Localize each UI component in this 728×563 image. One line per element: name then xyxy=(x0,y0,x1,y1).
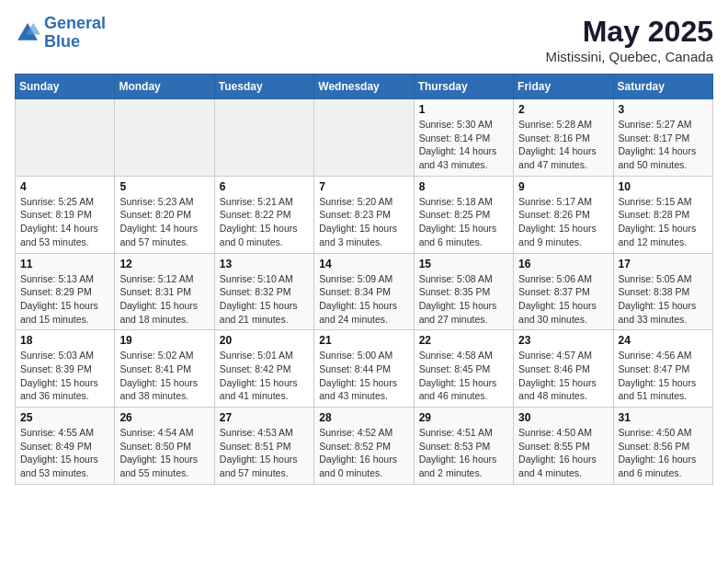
page-subtitle: Mistissini, Quebec, Canada xyxy=(545,49,713,64)
calendar-cell xyxy=(314,99,414,177)
calendar-cell: 26Sunrise: 4:54 AM Sunset: 8:50 PM Dayli… xyxy=(115,408,214,485)
day-info: Sunrise: 5:09 AM Sunset: 8:34 PM Dayligh… xyxy=(319,272,408,327)
day-number: 28 xyxy=(319,411,408,424)
calendar-cell xyxy=(16,99,115,177)
calendar-week-5: 25Sunrise: 4:55 AM Sunset: 8:49 PM Dayli… xyxy=(16,408,713,485)
header-day-monday: Monday xyxy=(115,75,214,99)
calendar-cell: 7Sunrise: 5:20 AM Sunset: 8:23 PM Daylig… xyxy=(314,176,414,253)
day-number: 24 xyxy=(619,334,708,347)
calendar-cell: 27Sunrise: 4:53 AM Sunset: 8:51 PM Dayli… xyxy=(214,408,313,485)
header-day-tuesday: Tuesday xyxy=(214,75,313,99)
header-day-sunday: Sunday xyxy=(16,75,115,99)
day-info: Sunrise: 4:57 AM Sunset: 8:46 PM Dayligh… xyxy=(518,349,608,403)
calendar-cell: 14Sunrise: 5:09 AM Sunset: 8:34 PM Dayli… xyxy=(314,253,414,330)
day-number: 19 xyxy=(119,334,209,347)
calendar-cell: 9Sunrise: 5:17 AM Sunset: 8:26 PM Daylig… xyxy=(514,176,613,253)
day-number: 11 xyxy=(20,258,109,270)
day-number: 25 xyxy=(20,411,109,424)
calendar-body: 1Sunrise: 5:30 AM Sunset: 8:14 PM Daylig… xyxy=(16,99,713,485)
day-info: Sunrise: 5:20 AM Sunset: 8:23 PM Dayligh… xyxy=(319,195,408,249)
calendar-cell: 24Sunrise: 4:56 AM Sunset: 8:47 PM Dayli… xyxy=(613,330,712,408)
day-info: Sunrise: 4:50 AM Sunset: 8:55 PM Dayligh… xyxy=(518,426,608,480)
calendar-week-3: 11Sunrise: 5:13 AM Sunset: 8:29 PM Dayli… xyxy=(16,253,713,330)
day-number: 23 xyxy=(518,334,608,347)
day-info: Sunrise: 5:18 AM Sunset: 8:25 PM Dayligh… xyxy=(419,195,508,249)
day-number: 31 xyxy=(619,411,708,424)
header-day-thursday: Thursday xyxy=(414,75,513,99)
day-info: Sunrise: 5:03 AM Sunset: 8:39 PM Dayligh… xyxy=(20,349,109,403)
day-info: Sunrise: 4:56 AM Sunset: 8:47 PM Dayligh… xyxy=(619,349,708,403)
day-info: Sunrise: 5:02 AM Sunset: 8:41 PM Dayligh… xyxy=(119,349,209,403)
calendar-week-1: 1Sunrise: 5:30 AM Sunset: 8:14 PM Daylig… xyxy=(16,99,713,177)
calendar-cell: 30Sunrise: 4:50 AM Sunset: 8:55 PM Dayli… xyxy=(514,408,613,485)
day-info: Sunrise: 5:01 AM Sunset: 8:42 PM Dayligh… xyxy=(220,349,309,403)
day-number: 3 xyxy=(619,103,708,116)
day-info: Sunrise: 5:05 AM Sunset: 8:38 PM Dayligh… xyxy=(619,272,708,327)
calendar-cell: 25Sunrise: 4:55 AM Sunset: 8:49 PM Dayli… xyxy=(16,408,115,485)
day-number: 17 xyxy=(619,258,708,270)
header-row: SundayMondayTuesdayWednesdayThursdayFrid… xyxy=(16,75,713,99)
day-number: 27 xyxy=(220,411,309,424)
calendar-cell: 1Sunrise: 5:30 AM Sunset: 8:14 PM Daylig… xyxy=(414,99,513,177)
title-block: May 2025 Mistissini, Quebec, Canada xyxy=(545,15,713,64)
day-number: 8 xyxy=(419,180,508,193)
calendar-header: SundayMondayTuesdayWednesdayThursdayFrid… xyxy=(16,75,713,99)
page-header: General Blue May 2025 Mistissini, Quebec… xyxy=(15,15,713,64)
day-info: Sunrise: 5:21 AM Sunset: 8:22 PM Dayligh… xyxy=(220,195,309,249)
day-number: 10 xyxy=(619,180,708,193)
day-info: Sunrise: 5:17 AM Sunset: 8:26 PM Dayligh… xyxy=(518,195,608,249)
calendar-cell: 12Sunrise: 5:12 AM Sunset: 8:31 PM Dayli… xyxy=(115,253,214,330)
header-day-saturday: Saturday xyxy=(613,75,712,99)
calendar-cell: 16Sunrise: 5:06 AM Sunset: 8:37 PM Dayli… xyxy=(514,253,613,330)
day-info: Sunrise: 4:53 AM Sunset: 8:51 PM Dayligh… xyxy=(220,426,309,480)
day-info: Sunrise: 4:51 AM Sunset: 8:53 PM Dayligh… xyxy=(419,426,508,480)
calendar-cell xyxy=(115,99,214,177)
day-number: 16 xyxy=(518,258,608,270)
day-info: Sunrise: 4:50 AM Sunset: 8:56 PM Dayligh… xyxy=(619,426,708,480)
day-number: 5 xyxy=(119,180,209,193)
day-info: Sunrise: 5:08 AM Sunset: 8:35 PM Dayligh… xyxy=(419,272,508,327)
logo-line2: Blue xyxy=(44,32,80,51)
calendar-cell: 20Sunrise: 5:01 AM Sunset: 8:42 PM Dayli… xyxy=(214,330,313,408)
calendar-cell: 28Sunrise: 4:52 AM Sunset: 8:52 PM Dayli… xyxy=(314,408,414,485)
day-info: Sunrise: 5:13 AM Sunset: 8:29 PM Dayligh… xyxy=(20,272,109,327)
logo: General Blue xyxy=(15,15,106,52)
day-info: Sunrise: 5:25 AM Sunset: 8:19 PM Dayligh… xyxy=(20,195,109,249)
calendar-cell: 31Sunrise: 4:50 AM Sunset: 8:56 PM Dayli… xyxy=(613,408,712,485)
calendar-cell: 23Sunrise: 4:57 AM Sunset: 8:46 PM Dayli… xyxy=(514,330,613,408)
day-number: 12 xyxy=(119,258,209,270)
logo-text: General Blue xyxy=(44,15,106,52)
logo-line1: General xyxy=(44,14,106,32)
day-number: 15 xyxy=(419,258,508,270)
day-number: 30 xyxy=(518,411,608,424)
day-number: 6 xyxy=(220,180,309,193)
calendar-cell: 13Sunrise: 5:10 AM Sunset: 8:32 PM Dayli… xyxy=(214,253,313,330)
day-info: Sunrise: 4:55 AM Sunset: 8:49 PM Dayligh… xyxy=(20,426,109,480)
day-info: Sunrise: 5:28 AM Sunset: 8:16 PM Dayligh… xyxy=(518,118,608,172)
calendar-cell: 22Sunrise: 4:58 AM Sunset: 8:45 PM Dayli… xyxy=(414,330,513,408)
day-number: 1 xyxy=(419,103,508,116)
day-number: 13 xyxy=(220,258,309,270)
day-info: Sunrise: 5:30 AM Sunset: 8:14 PM Dayligh… xyxy=(419,118,508,172)
day-number: 20 xyxy=(220,334,309,347)
day-number: 7 xyxy=(319,180,408,193)
calendar-cell: 11Sunrise: 5:13 AM Sunset: 8:29 PM Dayli… xyxy=(16,253,115,330)
page-title: May 2025 xyxy=(545,15,713,49)
logo-icon xyxy=(15,20,40,46)
calendar-cell: 18Sunrise: 5:03 AM Sunset: 8:39 PM Dayli… xyxy=(16,330,115,408)
calendar-table: SundayMondayTuesdayWednesdayThursdayFrid… xyxy=(15,74,713,485)
day-number: 22 xyxy=(419,334,508,347)
day-number: 21 xyxy=(319,334,408,347)
calendar-cell: 29Sunrise: 4:51 AM Sunset: 8:53 PM Dayli… xyxy=(414,408,513,485)
calendar-week-2: 4Sunrise: 5:25 AM Sunset: 8:19 PM Daylig… xyxy=(16,176,713,253)
calendar-cell: 21Sunrise: 5:00 AM Sunset: 8:44 PM Dayli… xyxy=(314,330,414,408)
calendar-cell: 19Sunrise: 5:02 AM Sunset: 8:41 PM Dayli… xyxy=(115,330,214,408)
header-day-wednesday: Wednesday xyxy=(314,75,414,99)
day-info: Sunrise: 4:54 AM Sunset: 8:50 PM Dayligh… xyxy=(119,426,209,480)
calendar-week-4: 18Sunrise: 5:03 AM Sunset: 8:39 PM Dayli… xyxy=(16,330,713,408)
calendar-cell: 8Sunrise: 5:18 AM Sunset: 8:25 PM Daylig… xyxy=(414,176,513,253)
day-info: Sunrise: 5:12 AM Sunset: 8:31 PM Dayligh… xyxy=(119,272,209,327)
day-number: 14 xyxy=(319,258,408,270)
day-number: 26 xyxy=(119,411,209,424)
day-info: Sunrise: 5:00 AM Sunset: 8:44 PM Dayligh… xyxy=(319,349,408,403)
